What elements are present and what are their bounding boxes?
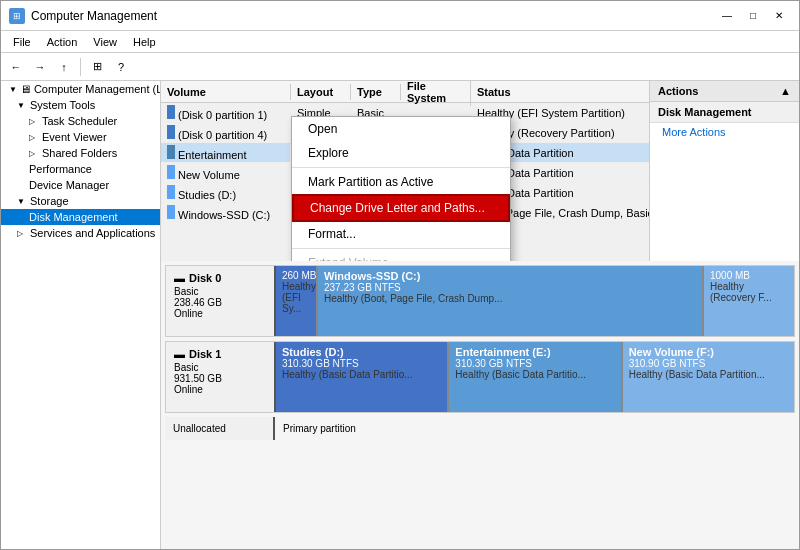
window-controls: — □ ✕ — [715, 6, 791, 26]
ctx-explore[interactable]: Explore — [292, 141, 510, 165]
ctx-sep-2 — [292, 248, 510, 249]
disk-0-arrow: ▬ — [174, 272, 185, 284]
minimize-button[interactable]: — — [715, 6, 739, 26]
sidebar-device-manager-label: Device Manager — [29, 179, 109, 191]
partition-efi[interactable]: 260 MB Healthy (EFI Sy... — [276, 266, 318, 336]
disk-map-area: ▬ Disk 0 Basic 238.46 GB Online 260 MB H… — [161, 261, 799, 549]
right-panel: Volume Layout Type File System Status (D… — [161, 81, 799, 549]
disk-0-title: ▬ Disk 0 — [174, 272, 266, 284]
help-toolbar-button[interactable]: ? — [110, 56, 132, 78]
sidebar-root-label: Computer Management (Local) — [34, 83, 161, 95]
menu-action[interactable]: Action — [39, 34, 86, 50]
expand-icon: ▼ — [9, 85, 17, 94]
sidebar-disk-mgmt-label: Disk Management — [29, 211, 118, 223]
col-header-status[interactable]: Status — [471, 84, 649, 100]
sidebar-item-shared-folders[interactable]: ▷ Shared Folders — [1, 145, 160, 161]
col-header-layout[interactable]: Layout — [291, 84, 351, 100]
sidebar-storage-label: Storage — [30, 195, 69, 207]
sidebar-shared-folders-label: Shared Folders — [42, 147, 117, 159]
ctx-format[interactable]: Format... — [292, 222, 510, 246]
up-button[interactable]: ↑ — [53, 56, 75, 78]
actions-panel: Actions ▲ Disk Management More Actions — [649, 81, 799, 261]
disk-1-arrow: ▬ — [174, 348, 185, 360]
ctx-mark-active[interactable]: Mark Partition as Active — [292, 170, 510, 194]
menu-help[interactable]: Help — [125, 34, 164, 50]
top-area: Volume Layout Type File System Status (D… — [161, 81, 799, 261]
expand-icon-ev: ▷ — [29, 133, 39, 142]
partition-recovery[interactable]: 1000 MB Healthy (Recovery F... — [704, 266, 794, 336]
unallocated-label: Unallocated — [173, 423, 226, 434]
sidebar-item-system-tools[interactable]: ▼ System Tools — [1, 97, 160, 113]
menu-view[interactable]: View — [85, 34, 125, 50]
more-actions-link[interactable]: More Actions — [650, 123, 799, 141]
partition-entertainment[interactable]: Entertainment (E:) 310.30 GB NTFS Health… — [449, 342, 622, 412]
toolbar: ← → ↑ ⊞ ? — [1, 53, 799, 81]
partition-studies[interactable]: Studies (D:) 310.30 GB NTFS Healthy (Bas… — [276, 342, 449, 412]
cell-volume: Studies (D:) — [161, 184, 291, 202]
main-window: ⊞ Computer Management — □ ✕ File Action … — [0, 0, 800, 550]
actions-chevron: ▲ — [780, 85, 791, 97]
actions-section: Disk Management — [650, 102, 799, 123]
partition-new-volume[interactable]: New Volume (F:) 310.90 GB NTFS Healthy (… — [623, 342, 794, 412]
disk-0-type: Basic — [174, 286, 266, 297]
forward-button[interactable]: → — [29, 56, 51, 78]
disk-1-info: ▬ Disk 1 Basic 931.50 GB Online — [166, 342, 276, 412]
window-title: Computer Management — [31, 9, 157, 23]
col-header-fs[interactable]: File System — [401, 81, 471, 106]
sidebar-item-performance[interactable]: Performance — [1, 161, 160, 177]
ctx-change-drive[interactable]: Change Drive Letter and Paths... — [292, 194, 510, 222]
sidebar-item-task-scheduler[interactable]: ▷ Task Scheduler — [1, 113, 160, 129]
disk-0-size: 238.46 GB — [174, 297, 266, 308]
computer-icon: 🖥 — [20, 83, 31, 95]
toolbar-separator — [80, 58, 81, 76]
title-bar-left: ⊞ Computer Management — [9, 8, 157, 24]
disk-0-status: Online — [174, 308, 266, 319]
show-hide-button[interactable]: ⊞ — [86, 56, 108, 78]
sidebar-item-services[interactable]: ▷ Services and Applications — [1, 225, 160, 241]
ctx-open[interactable]: Open — [292, 117, 510, 141]
cell-volume: New Volume — [161, 164, 291, 182]
expand-icon-storage: ▼ — [17, 197, 27, 206]
cell-volume: Windows-SSD (C:) — [161, 204, 291, 222]
expand-icon-svc: ▷ — [17, 229, 27, 238]
sidebar: ▼ 🖥 Computer Management (Local) ▼ System… — [1, 81, 161, 549]
unallocated-sublabel: Primary partition — [283, 423, 356, 434]
actions-header: Actions ▲ — [650, 81, 799, 102]
expand-icon-ts: ▷ — [29, 117, 39, 126]
sidebar-item-disk-management[interactable]: Disk Management — [1, 209, 160, 225]
partition-windows-ssd[interactable]: Windows-SSD (C:) 237.23 GB NTFS Healthy … — [318, 266, 704, 336]
ctx-sep-1 — [292, 167, 510, 168]
disk-0-partitions: 260 MB Healthy (EFI Sy... Windows-SSD (C… — [276, 266, 794, 336]
actions-title: Actions — [658, 85, 698, 97]
disk-0-info: ▬ Disk 0 Basic 238.46 GB Online — [166, 266, 276, 336]
context-menu: Open Explore Mark Partition as Active Ch… — [291, 116, 511, 261]
sidebar-event-viewer-label: Event Viewer — [42, 131, 107, 143]
maximize-button[interactable]: □ — [741, 6, 765, 26]
cell-fs — [401, 112, 471, 114]
cell-volume: (Disk 0 partition 4) — [161, 124, 291, 142]
menu-bar: File Action View Help — [1, 31, 799, 53]
unallocated-info: Unallocated — [165, 417, 275, 440]
disk-1-title: ▬ Disk 1 — [174, 348, 266, 360]
expand-icon-st: ▼ — [17, 101, 27, 110]
disk-1-size: 931.50 GB — [174, 373, 266, 384]
col-header-volume[interactable]: Volume — [161, 84, 291, 100]
main-area: ▼ 🖥 Computer Management (Local) ▼ System… — [1, 81, 799, 549]
disk-row-0: ▬ Disk 0 Basic 238.46 GB Online 260 MB H… — [165, 265, 795, 337]
sidebar-item-storage[interactable]: ▼ Storage — [1, 193, 160, 209]
disk-1-type: Basic — [174, 362, 266, 373]
menu-file[interactable]: File — [5, 34, 39, 50]
cell-volume: Entertainment — [161, 144, 291, 162]
sidebar-task-scheduler-label: Task Scheduler — [42, 115, 117, 127]
sidebar-system-tools-label: System Tools — [30, 99, 95, 111]
sidebar-item-root[interactable]: ▼ 🖥 Computer Management (Local) — [1, 81, 160, 97]
cell-volume: (Disk 0 partition 1) — [161, 104, 291, 122]
close-button[interactable]: ✕ — [767, 6, 791, 26]
table-header: Volume Layout Type File System Status — [161, 81, 649, 103]
sidebar-item-device-manager[interactable]: Device Manager — [1, 177, 160, 193]
col-header-type[interactable]: Type — [351, 84, 401, 100]
back-button[interactable]: ← — [5, 56, 27, 78]
unallocated-block: Primary partition — [275, 417, 795, 440]
app-icon: ⊞ — [9, 8, 25, 24]
sidebar-item-event-viewer[interactable]: ▷ Event Viewer — [1, 129, 160, 145]
